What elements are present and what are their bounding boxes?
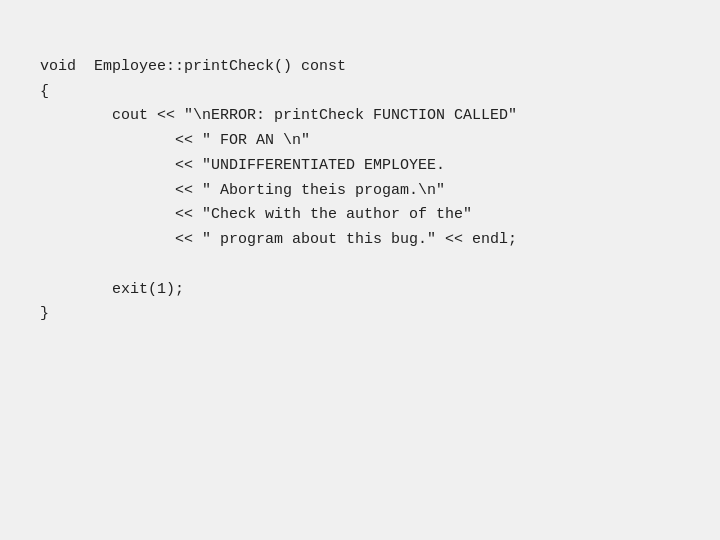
code-line-9: exit(1); xyxy=(112,281,184,298)
code-line-5: << "UNDIFFERENTIATED EMPLOYEE. xyxy=(175,157,445,174)
code-line-7: << "Check with the author of the" xyxy=(175,206,472,223)
code-line-6: << " Aborting theis progam.\n" xyxy=(175,182,445,199)
code-line-3: cout << "\nERROR: printCheck FUNCTION CA… xyxy=(112,107,517,124)
code-line-1: void Employee::printCheck() const xyxy=(40,58,346,75)
code-line-8: << " program about this bug." << endl; xyxy=(175,231,517,248)
code-line-10: } xyxy=(40,305,49,322)
code-line-4: << " FOR AN \n" xyxy=(175,132,310,149)
code-display: void Employee::printCheck() const { cout… xyxy=(40,30,517,327)
code-line-2: { xyxy=(40,83,49,100)
